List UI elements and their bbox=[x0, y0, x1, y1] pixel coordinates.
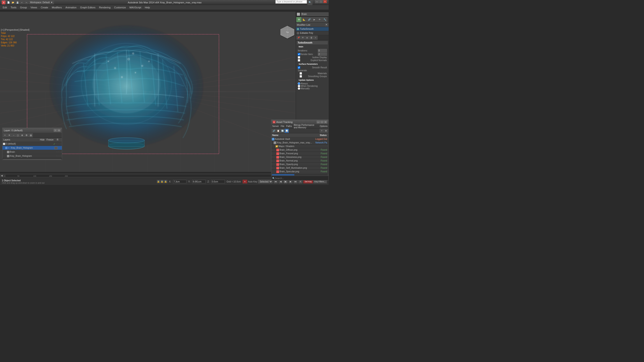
asset-btn1[interactable]: 🔗 bbox=[272, 129, 276, 133]
minimize-btn[interactable]: — bbox=[315, 0, 319, 3]
timeline-nav-prev[interactable]: ◀ bbox=[1, 174, 3, 177]
layer-settings-btn[interactable]: ⚙ bbox=[24, 133, 28, 137]
maximize-btn[interactable]: □ bbox=[319, 0, 323, 3]
timeline-track[interactable]: 0 50 100 150 200 bbox=[4, 174, 317, 177]
layer-scrollbar[interactable] bbox=[2, 158, 62, 160]
asset-close-btn[interactable]: ✕ bbox=[324, 121, 327, 123]
asset-btn3[interactable]: 🔄 bbox=[280, 129, 284, 133]
layer-help-btn[interactable]: ? bbox=[54, 129, 57, 132]
asset-menu-options[interactable]: Options bbox=[320, 125, 328, 127]
asset-maximize-btn[interactable]: □ bbox=[320, 121, 324, 123]
asset-search-input[interactable] bbox=[275, 177, 328, 180]
render-iters-checkbox[interactable] bbox=[298, 53, 300, 55]
z-input[interactable] bbox=[211, 180, 225, 183]
layer-close-btn[interactable]: ✕ bbox=[57, 129, 60, 132]
object-color-swatch[interactable] bbox=[297, 13, 300, 16]
asset-row-opacity[interactable]: Brain_Opacity.png Found bbox=[271, 163, 328, 166]
smoothing-groups-checkbox[interactable] bbox=[300, 75, 302, 78]
layer-row-0[interactable]: 0 (default) ✓ ··· ··· ··· bbox=[2, 142, 62, 146]
lock-y-btn[interactable]: 🔒 bbox=[160, 180, 164, 183]
asset-row-normal[interactable]: Brain_Normal.png Found bbox=[271, 159, 328, 163]
asset-menu-bitmap[interactable]: Bitmap Performance and Memory bbox=[294, 124, 318, 129]
asset-row-fresnel[interactable]: Brain_Fresnel.png Found bbox=[271, 152, 328, 155]
asset-row-diffuse[interactable]: Brain_Diffuse.png Found bbox=[271, 148, 328, 152]
workspace-selector[interactable]: Workspace: Default ▼ bbox=[29, 1, 54, 4]
x-input[interactable] bbox=[173, 180, 186, 183]
new-btn[interactable]: 📄 bbox=[6, 1, 10, 4]
menu-views[interactable]: Views bbox=[29, 6, 39, 9]
modifier-editablepoly[interactable]: Editable Poly bbox=[296, 31, 329, 35]
display-tab[interactable]: 👁 bbox=[317, 17, 322, 22]
open-btn[interactable]: 📂 bbox=[11, 1, 15, 4]
layer-select-objects-btn[interactable]: ◻ bbox=[16, 133, 20, 137]
menu-graph-editors[interactable]: Graph Editors bbox=[78, 6, 97, 9]
layer-box-1[interactable] bbox=[54, 147, 58, 149]
motion-tab[interactable]: ▶ bbox=[312, 17, 317, 22]
asset-settings-btn[interactable]: ⚙ bbox=[324, 129, 328, 133]
asset-row-glossiness[interactable]: Brain_Glossiness.png Found bbox=[271, 155, 328, 159]
y-input[interactable] bbox=[192, 180, 206, 183]
save-btn[interactable]: 💾 bbox=[15, 1, 20, 4]
layer-new-btn[interactable]: + bbox=[3, 133, 7, 137]
when-rendering-radio[interactable] bbox=[298, 85, 300, 87]
asset-menu-file[interactable]: File bbox=[280, 125, 284, 127]
autokey-dropdown[interactable]: Selected bbox=[258, 180, 273, 183]
modifier-list-expand[interactable]: ▼ bbox=[325, 23, 328, 26]
menu-create[interactable]: Create bbox=[39, 6, 50, 9]
menu-customize[interactable]: Customize bbox=[112, 6, 128, 9]
asset-row-specular[interactable]: Brain_Specular.png Found bbox=[271, 170, 328, 173]
lock-x-btn[interactable]: 🔒 bbox=[157, 180, 160, 183]
asset-row-maxfile[interactable]: M Xray_Brain_Hologram_max_vray.max Netwo… bbox=[271, 141, 328, 145]
search-input[interactable] bbox=[276, 0, 307, 3]
search-btn[interactable]: 🔍 bbox=[308, 0, 312, 5]
layer-dialog-title[interactable]: Layer: 0 (default) ? ✕ bbox=[2, 128, 62, 133]
layer-row-2[interactable]: Brain ··· ··· ··· bbox=[2, 150, 62, 154]
asset-btn4[interactable]: 📊 bbox=[285, 129, 289, 133]
render-iters-input[interactable] bbox=[318, 52, 327, 56]
redo-btn[interactable]: ↪ bbox=[24, 1, 28, 4]
pin-stack-btn[interactable]: 📌 bbox=[296, 36, 300, 40]
modifier-bulb-turbosmooth[interactable] bbox=[297, 28, 299, 30]
modifier-bulb-editablepoly[interactable] bbox=[297, 32, 299, 34]
menu-rendering[interactable]: Rendering bbox=[97, 6, 112, 9]
modifier-turbosmooth[interactable]: TurboSmooth bbox=[296, 27, 329, 31]
asset-row-maps[interactable]: 📁 Maps / Shaders bbox=[271, 145, 328, 148]
layer-expand-btn[interactable]: ▤ bbox=[29, 133, 33, 137]
smooth-result-checkbox[interactable] bbox=[298, 66, 300, 69]
menu-maxscript[interactable]: MAXScript bbox=[128, 6, 143, 9]
layer-row-3[interactable]: Xray_Brain_Hologram ··· ··· ··· bbox=[2, 154, 62, 158]
iterations-input[interactable] bbox=[318, 49, 327, 52]
always-radio[interactable] bbox=[298, 82, 300, 85]
layer-scroll-thumb[interactable] bbox=[3, 159, 62, 160]
asset-menu-server[interactable]: Server bbox=[272, 125, 279, 127]
isoline-checkbox[interactable] bbox=[298, 56, 300, 59]
layer-delete-btn[interactable]: ✕ bbox=[7, 133, 11, 137]
modify-tab[interactable]: ⚙ bbox=[296, 17, 301, 22]
configure-modifier-sets-btn[interactable]: ≡ bbox=[314, 36, 318, 40]
hierarchy-tab[interactable]: 🔗 bbox=[307, 17, 312, 22]
remove-modifier-btn[interactable]: 🗑 bbox=[309, 36, 313, 40]
asset-minimize-btn[interactable]: — bbox=[317, 121, 320, 123]
create-tab[interactable]: 📐 bbox=[302, 17, 306, 22]
asset-row-vault[interactable]: V Autodesk Vault Logged Out bbox=[271, 137, 328, 141]
asset-help-btn[interactable]: ? bbox=[320, 129, 324, 133]
menu-group[interactable]: Group bbox=[18, 6, 29, 9]
undo-btn[interactable]: ↩ bbox=[20, 1, 24, 4]
menu-help[interactable]: Help bbox=[143, 6, 152, 9]
materials-checkbox[interactable] bbox=[300, 72, 302, 75]
show-end-result-btn[interactable]: 👁 bbox=[301, 36, 305, 40]
object-name-input[interactable] bbox=[301, 12, 329, 16]
nav-cube[interactable]: Top bbox=[280, 25, 295, 41]
menu-tools[interactable]: Tools bbox=[9, 6, 18, 9]
lock-z-btn[interactable]: 🔒 bbox=[164, 180, 167, 183]
utilities-tab[interactable]: 🔧 bbox=[322, 17, 327, 22]
menu-edit[interactable]: Edit bbox=[1, 6, 9, 9]
asset-row-selfillum[interactable]: Brain_Self_Illumination.png Found bbox=[271, 166, 328, 170]
manually-radio[interactable] bbox=[298, 87, 300, 90]
auto-key-btn[interactable]: A bbox=[243, 180, 247, 183]
layer-row-1[interactable]: ✕ Xray_Brain_Hologram ··· ··· bbox=[2, 146, 62, 150]
menu-modifiers[interactable]: Modifiers bbox=[50, 6, 64, 9]
explicit-normals-checkbox[interactable] bbox=[298, 59, 300, 61]
close-btn[interactable]: ✕ bbox=[323, 0, 327, 3]
asset-btn2[interactable]: 📋 bbox=[276, 129, 280, 133]
